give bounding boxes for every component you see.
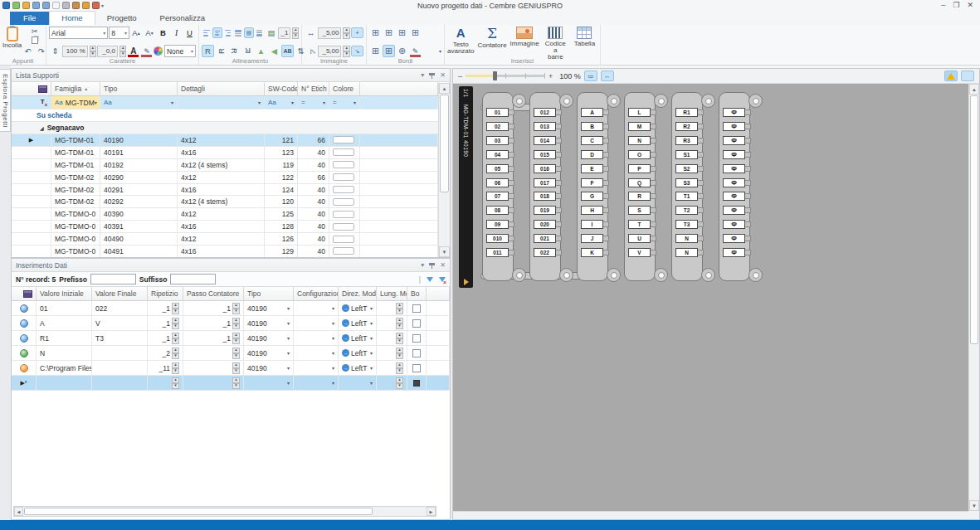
preview-canvas[interactable]: 1/1 MG-TDM-01 40190 01020304050607080901… [453, 84, 968, 511]
cell-bo[interactable] [407, 361, 427, 376]
align-left-icon[interactable] [202, 27, 212, 38]
column-header-bo[interactable]: Bo [407, 287, 427, 301]
qat-customize-icon[interactable]: ▾ [101, 2, 104, 8]
border-grid-icon[interactable]: ⊞ [383, 45, 395, 57]
support-row[interactable]: MG-TDM-02402914x1612440 [12, 184, 438, 197]
rows-spinner[interactable]: ▲▼ [292, 27, 299, 39]
label-cell[interactable]: R2 [675, 122, 698, 131]
cell-valore-iniziale[interactable]: A [37, 316, 92, 331]
spinner-icon[interactable]: ▲▼ [396, 348, 403, 359]
cell-passo-contatore[interactable]: _1▲▼ [183, 316, 244, 331]
cell-ripetizione[interactable]: _1▲▼ [148, 301, 183, 316]
label-cell[interactable]: 08 [486, 206, 509, 215]
cell-colore[interactable] [329, 134, 360, 147]
spinner-icon[interactable]: ▲▼ [172, 303, 179, 314]
column-chooser-cell[interactable] [12, 287, 37, 301]
cell-colore[interactable] [329, 208, 360, 221]
label-cell[interactable]: 014 [534, 136, 556, 145]
support-row[interactable]: MG-TDM-01401924x12 (4 stems)11940 [12, 159, 438, 172]
checkbox[interactable] [412, 304, 421, 313]
dropdown-icon[interactable]: ▾ [332, 305, 334, 311]
scroll-up-icon[interactable]: ▲ [439, 83, 450, 94]
label-cell[interactable]: 07 [486, 192, 509, 201]
pin-icon[interactable] [429, 72, 435, 79]
spinner-icon[interactable]: ▲▼ [396, 377, 403, 389]
kerning-spinner[interactable]: ▲▼ [119, 46, 127, 57]
label-cell[interactable]: N [628, 136, 651, 145]
label-cell[interactable]: I [581, 220, 603, 229]
label-cell[interactable]: O [628, 150, 651, 159]
dropdown-icon[interactable]: ▾ [332, 365, 334, 371]
rotate-180-icon[interactable]: R [241, 45, 254, 57]
cell-tipo[interactable]: 40190▾ [244, 331, 294, 346]
zoom-slider[interactable] [466, 75, 545, 77]
label-cell[interactable]: M [628, 122, 651, 131]
label-cell[interactable]: Φ [723, 136, 745, 145]
cell-lunghezza[interactable]: ▲▼ [377, 361, 407, 376]
cell-lunghezza[interactable]: ▲▼ [377, 376, 407, 391]
data-entry-row[interactable]: AV_1▲▼_1▲▼40190▾▾→LeftT▾▲▼ [12, 316, 450, 331]
spinner-icon[interactable]: ▲▼ [232, 303, 240, 314]
cell-colore[interactable] [329, 184, 360, 197]
spinner-icon[interactable]: ▲▼ [232, 348, 240, 359]
cell-direzione[interactable]: →LeftT▾ [339, 331, 377, 346]
scroll-thumb[interactable] [24, 508, 373, 515]
fill-color-select[interactable]: None▾ [164, 45, 196, 57]
checkbox[interactable] [412, 349, 421, 357]
cell-valore-finale[interactable]: 022 [92, 301, 148, 316]
dropdown-icon[interactable]: ▾ [332, 350, 334, 356]
scroll-left-icon[interactable]: ◀ [14, 507, 23, 516]
outline-color-icon[interactable]: ✎ [140, 45, 153, 57]
undo-icon[interactable]: ↶ [22, 45, 34, 57]
redo-icon[interactable]: ↷ [35, 45, 47, 57]
align-center-icon[interactable] [212, 27, 222, 38]
label-cell[interactable]: P [628, 164, 651, 173]
cell-configurazione[interactable]: ▾ [294, 361, 339, 376]
label-cell[interactable]: Φ [723, 164, 745, 173]
spinner-icon[interactable]: ▲▼ [172, 348, 179, 359]
label-cell[interactable]: Φ [723, 178, 745, 187]
spinner-icon[interactable]: ▲▼ [172, 362, 179, 374]
dropdown-icon[interactable]: ▾ [370, 365, 373, 371]
spinner-icon[interactable]: ▲▼ [232, 333, 240, 344]
filter-icon[interactable] [427, 277, 433, 282]
scale-field[interactable]: 100 % [62, 46, 88, 57]
cell-direzione[interactable]: →LeftT▾ [339, 346, 377, 361]
panel-close-icon[interactable]: ✕ [440, 71, 446, 79]
column-header-tipo[interactable]: Tipo [244, 287, 294, 301]
italic-button[interactable]: I [170, 27, 183, 39]
scroll-thumb[interactable] [440, 95, 449, 192]
label-cell[interactable]: 019 [534, 206, 556, 215]
suffisso-input[interactable] [170, 274, 216, 284]
print-icon[interactable] [62, 2, 70, 9]
tools-icon[interactable] [72, 2, 80, 9]
checkbox[interactable] [412, 364, 421, 372]
new-page-icon[interactable] [52, 2, 60, 9]
cell-tipo[interactable]: 40190▾ [244, 361, 294, 376]
open-folder-icon[interactable] [82, 2, 90, 9]
spinner-icon[interactable]: ▲▼ [232, 377, 240, 389]
cell-ripetizione[interactable]: _1▲▼ [148, 316, 183, 331]
lista-vertical-scrollbar[interactable]: ▲ ▼ [438, 83, 450, 257]
cell-valore-finale[interactable] [92, 361, 148, 376]
barcode-button[interactable]: Codice a barre [543, 27, 568, 61]
label-cell[interactable]: Φ [723, 122, 745, 131]
dropdown-icon[interactable]: ▾ [95, 100, 97, 105]
scale-spinner[interactable]: ▲▼ [90, 46, 97, 57]
label-cell[interactable]: N [675, 234, 698, 243]
label-cell[interactable]: J [581, 234, 603, 243]
copy-icon[interactable] [22, 36, 47, 45]
column-header-tipo[interactable]: Tipo [100, 82, 178, 96]
dropdown-icon[interactable]: ▾ [370, 320, 373, 326]
preview-options-icon[interactable] [961, 71, 974, 81]
support-row[interactable]: MG-TDMO-0404904x1212640 [12, 233, 438, 246]
preview-vertical-scrollbar[interactable]: ▲ ▼ [968, 84, 979, 511]
dropdown-icon[interactable]: ▾ [353, 100, 356, 105]
cell-tipo[interactable]: ▾ [244, 376, 294, 391]
underline-button[interactable]: U [183, 27, 196, 39]
label-cell[interactable]: T1 [675, 192, 698, 201]
cell-colore[interactable] [329, 233, 360, 246]
cell-direzione[interactable]: →LeftT▾ [339, 316, 377, 331]
label-cell[interactable]: L [628, 108, 651, 117]
new-record-row[interactable]: ▶*▲▼▲▼▾▾▾▲▼ [12, 376, 450, 391]
